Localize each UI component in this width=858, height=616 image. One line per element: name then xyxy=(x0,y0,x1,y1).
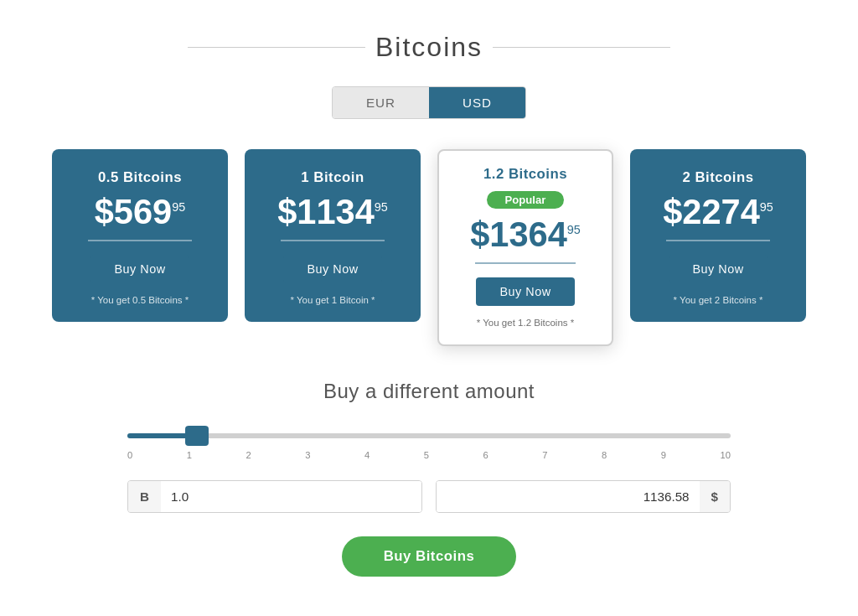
card-price-2: $227495 xyxy=(663,194,773,230)
buy-now-12[interactable]: Buy Now xyxy=(476,277,574,306)
price-card-05: 0.5 Bitcoins $56995 Buy Now * You get 0.… xyxy=(52,149,228,322)
currency-toggle: EUR USD xyxy=(332,86,526,119)
card-price-12: $136495 xyxy=(470,217,581,252)
price-whole-2: $2274 xyxy=(663,192,760,231)
price-decimal-1: 95 xyxy=(375,200,388,214)
title-line-left xyxy=(188,47,365,48)
buy-bitcoins-button[interactable]: Buy Bitcoins xyxy=(342,536,517,577)
usd-input-group: $ xyxy=(436,480,731,513)
page-title: Bitcoins xyxy=(375,32,483,63)
card-note-05: * You get 0.5 Bitcoins * xyxy=(91,295,189,305)
bitcoin-prefix: B xyxy=(128,481,161,512)
page-wrapper: Bitcoins EUR USD 0.5 Bitcoins $56995 Buy… xyxy=(27,17,831,577)
currency-usd-button[interactable]: USD xyxy=(429,87,525,118)
buy-now-05[interactable]: Buy Now xyxy=(90,255,189,283)
price-divider-12 xyxy=(475,262,576,264)
usd-amount-input[interactable] xyxy=(437,481,700,512)
title-row: Bitcoins xyxy=(188,32,670,63)
buy-now-2[interactable]: Buy Now xyxy=(669,255,767,283)
cards-row: 0.5 Bitcoins $56995 Buy Now * You get 0.… xyxy=(52,149,806,346)
price-divider-2 xyxy=(666,240,769,241)
card-title-05: 0.5 Bitcoins xyxy=(98,169,182,186)
slider-section: 0 1 2 3 4 5 6 7 8 9 10 xyxy=(127,427,731,460)
price-whole-1: $1134 xyxy=(277,192,375,231)
bitcoin-amount-input[interactable] xyxy=(161,481,421,512)
input-row: B $ xyxy=(127,480,731,513)
card-price-05: $56995 xyxy=(95,194,186,230)
price-card-12: 1.2 Bitcoins Popular $136495 Buy Now * Y… xyxy=(437,149,613,346)
price-decimal-05: 95 xyxy=(172,200,185,214)
usd-suffix: $ xyxy=(700,481,730,512)
popular-badge: Popular xyxy=(487,191,565,209)
price-decimal-12: 95 xyxy=(567,223,581,236)
price-card-2: 2 Bitcoins $227495 Buy Now * You get 2 B… xyxy=(630,149,806,322)
price-whole-12: $1364 xyxy=(470,215,567,254)
title-line-right xyxy=(493,47,670,48)
slider-labels: 0 1 2 3 4 5 6 7 8 9 10 xyxy=(127,450,731,460)
card-title-12: 1.2 Bitcoins xyxy=(483,166,567,183)
bitcoin-input-group: B xyxy=(127,480,422,513)
card-title-2: 2 Bitcoins xyxy=(682,169,753,186)
slider-wrapper xyxy=(127,427,731,442)
card-note-12: * You get 1.2 Bitcoins * xyxy=(477,318,575,328)
price-divider-05 xyxy=(88,240,191,241)
price-card-1: 1 Bitcoin $113495 Buy Now * You get 1 Bi… xyxy=(245,149,421,322)
price-divider-1 xyxy=(281,240,384,241)
currency-eur-button[interactable]: EUR xyxy=(333,87,429,118)
card-price-1: $113495 xyxy=(277,194,388,230)
card-note-1: * You get 1 Bitcoin * xyxy=(290,295,375,305)
card-title-1: 1 Bitcoin xyxy=(301,169,364,186)
price-decimal-2: 95 xyxy=(760,200,773,214)
price-whole-05: $569 xyxy=(95,192,173,231)
card-note-2: * You get 2 Bitcoins * xyxy=(674,295,763,305)
amount-slider[interactable] xyxy=(127,433,731,438)
different-amount-title: Buy a different amount xyxy=(323,380,535,403)
buy-now-1[interactable]: Buy Now xyxy=(283,255,381,283)
